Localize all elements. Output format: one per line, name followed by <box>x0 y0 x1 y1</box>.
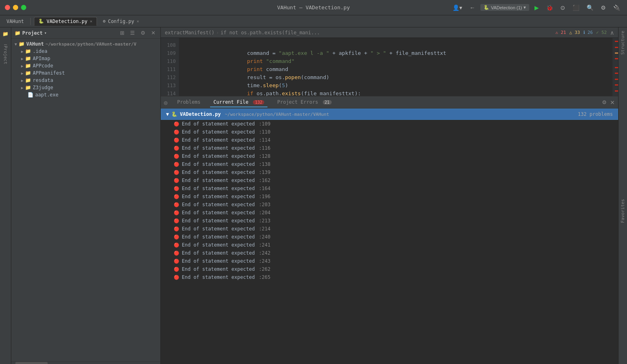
favorites-label[interactable]: Favorites <box>619 196 627 226</box>
tree-label-aapt: aapt.exe <box>35 92 59 98</box>
project-dropdown-icon: ▾ <box>44 31 47 35</box>
problem-item-17[interactable]: 🔴 End of statement expected :242 <box>161 249 618 257</box>
minimize-button[interactable] <box>13 5 18 10</box>
editor-scrollbar[interactable] <box>612 38 618 96</box>
error-counts: ⚠ 21 △ 33 ℹ 26 ✓ 52 ∧ <box>555 29 614 36</box>
problem-msg-3: End of statement expected <box>182 137 255 143</box>
problem-item-11[interactable]: 🔴 End of statement expected :203 <box>161 201 618 209</box>
problem-item-13[interactable]: 🔴 End of statement expected :213 <box>161 217 618 225</box>
problem-item-2[interactable]: 🔴 End of statement expected :110 <box>161 128 618 136</box>
problem-line-1: :109 <box>259 121 271 127</box>
problem-line-2: :110 <box>259 129 271 135</box>
tree-arrow-apimap: ▶ <box>21 56 23 61</box>
problems-tab-project[interactable]: Project Errors 21 <box>274 98 335 107</box>
problem-msg-5: End of statement expected <box>182 153 255 159</box>
menu-vahunt[interactable]: VAHunt <box>3 17 27 25</box>
back-button[interactable]: ← <box>467 4 477 12</box>
problems-close-btn[interactable]: ✕ <box>610 99 615 106</box>
maximize-button[interactable] <box>21 5 26 10</box>
problem-item-9[interactable]: 🔴 End of statement expected :164 <box>161 184 618 192</box>
error-icon-14: 🔴 <box>174 226 179 232</box>
tree-item-z3judge[interactable]: ▶ 📁 Z3judge <box>11 84 160 91</box>
problems-toolbar: ◎ Problems Current File 132 Project Erro… <box>161 96 618 109</box>
structure-label-container[interactable]: Structure <box>619 27 627 196</box>
problems-icon-btn: ◎ <box>164 99 167 106</box>
file-header-path: ~/workspace/python/VAHunt-master/VAHunt <box>225 112 329 117</box>
tab-config[interactable]: ⚙ Config.py ✕ <box>99 17 144 26</box>
problem-item-8[interactable]: 🔴 End of statement expected :162 <box>161 176 618 184</box>
tree-item-apimap[interactable]: ▶ 📁 APImap <box>11 55 160 62</box>
error-icon-15: 🔴 <box>174 234 179 240</box>
problem-item-3[interactable]: 🔴 End of statement expected :114 <box>161 136 618 144</box>
line-numbers: 108 109 110 111 112 113 114 <box>161 38 179 96</box>
problem-item-6[interactable]: 🔴 End of statement expected :138 <box>161 160 618 168</box>
tree-item-resdata[interactable]: ▶ 📁 resdata <box>11 77 160 84</box>
py-file-icon: 🐍 <box>38 19 44 24</box>
collapse-button[interactable]: ☰ <box>128 29 137 37</box>
problem-item-18[interactable]: 🔴 End of statement expected :243 <box>161 257 618 265</box>
problem-item-15[interactable]: 🔴 End of statement expected :240 <box>161 233 618 241</box>
problem-msg-2: End of statement expected <box>182 129 255 135</box>
coverage-button[interactable]: ⊙ <box>558 4 567 12</box>
problems-content[interactable]: ▼ 🐍 VADetection.py ~/workspace/python/VA… <box>161 109 618 282</box>
run-button[interactable]: ▶ <box>532 4 541 12</box>
tree-item-aapt[interactable]: 📄 aapt.exe <box>11 91 160 98</box>
sidebar-strip-btn-1[interactable]: 📁 <box>1 29 11 39</box>
settings-button[interactable]: ⚙ <box>599 4 608 12</box>
window-controls[interactable] <box>5 5 26 10</box>
problems-tab-current[interactable]: Current File 132 <box>210 98 267 107</box>
problems-tab-problems[interactable]: Problems <box>174 98 204 107</box>
tree-arrow-root: ▼ <box>15 42 17 46</box>
problem-msg-14: End of statement expected <box>182 226 255 232</box>
stop-button[interactable]: ⬛ <box>570 4 581 12</box>
hint-count-display: ✓ 52 <box>596 30 607 35</box>
problem-item-20[interactable]: 🔴 End of statement expected :265 <box>161 273 618 281</box>
problems-toolbar-right: ⚙ ✕ <box>602 99 615 106</box>
problem-item-4[interactable]: 🔴 End of statement expected :116 <box>161 144 618 152</box>
problems-file-header[interactable]: ▼ 🐍 VADetection.py ~/workspace/python/VA… <box>161 109 618 120</box>
current-file-count: 132 <box>253 100 264 105</box>
error-icon-7: 🔴 <box>174 170 179 175</box>
close-panel-button[interactable]: ✕ <box>149 29 157 37</box>
problem-item-7[interactable]: 🔴 End of statement expected :139 <box>161 168 618 176</box>
warning-count-display: △ 33 <box>569 30 580 35</box>
tree-root-vahunt[interactable]: ▼ 📁 VAHunt ~/workspace/python/VAHunt-mas… <box>11 40 160 48</box>
debug-button[interactable]: 🐞 <box>544 4 555 12</box>
problem-item-1[interactable]: 🔴 End of statement expected :109 <box>161 120 618 128</box>
tree-item-idea[interactable]: ▶ 📁 .idea <box>11 48 160 55</box>
tab-vadetection[interactable]: 🐍 VADetection.py ✕ <box>34 17 97 26</box>
vcs-button[interactable]: 👤▾ <box>450 4 464 12</box>
collapse-editor-btn[interactable]: ∧ <box>610 29 614 36</box>
problem-item-14[interactable]: 🔴 End of statement expected :214 <box>161 225 618 233</box>
problem-item-21[interactable]: 🔴 End of statement expected :290 <box>161 281 618 282</box>
tab-close-config[interactable]: ✕ <box>137 19 139 23</box>
sidebar-strip-btn-3[interactable]: Project <box>1 50 11 60</box>
tree-item-appcode[interactable]: ▶ 📁 APPcode <box>11 62 160 69</box>
problem-item-5[interactable]: 🔴 End of statement expected :128 <box>161 152 618 160</box>
close-button[interactable] <box>5 5 10 10</box>
search-button[interactable]: 🔍 <box>585 4 595 12</box>
plugins-button[interactable]: 🔌 <box>611 4 622 12</box>
tree-item-appmanifest[interactable]: ▶ 📁 APPmanifest <box>11 69 160 77</box>
breadcrumb-path[interactable]: if not os.path.exists(file_mani... <box>221 30 320 36</box>
problem-item-12[interactable]: 🔴 End of statement expected :204 <box>161 209 618 217</box>
run-config-button[interactable]: 🐍 VADetection (1) ▾ <box>480 4 529 11</box>
problem-item-16[interactable]: 🔴 End of statement expected :241 <box>161 241 618 249</box>
problems-settings-btn[interactable]: ⚙ <box>602 99 607 106</box>
settings-project-button[interactable]: ⚙ <box>139 29 147 37</box>
run-config-chevron: ▾ <box>524 5 526 10</box>
tab-close-vadetection[interactable]: ✕ <box>90 19 93 23</box>
code-area[interactable]: command = "aapt.exe l -a " + apkfile + "… <box>179 38 612 96</box>
sync-button[interactable]: ⊞ <box>118 29 126 37</box>
problem-line-3: :114 <box>259 137 271 143</box>
favorites-label-container[interactable]: Favorites <box>619 196 627 228</box>
editor-content[interactable]: 108 109 110 111 112 113 114 command = "a… <box>161 38 618 96</box>
problem-item-10[interactable]: 🔴 End of statement expected :196 <box>161 192 618 201</box>
circle-icon: ◎ <box>164 99 167 106</box>
breadcrumb-extract[interactable]: extractManifest() <box>165 30 215 36</box>
problem-item-19[interactable]: 🔴 End of statement expected :262 <box>161 265 618 273</box>
titlebar-right: 👤▾ ← 🐍 VADetection (1) ▾ ▶ 🐞 ⊙ ⬛ 🔍 ⚙ 🔌 <box>450 4 622 12</box>
titlebar: VAHunt – VADetection.py 👤▾ ← 🐍 VADetecti… <box>0 0 627 15</box>
structure-label[interactable]: Structure <box>619 27 627 58</box>
tree-folder-icon-resdata: 📁 <box>25 77 31 83</box>
